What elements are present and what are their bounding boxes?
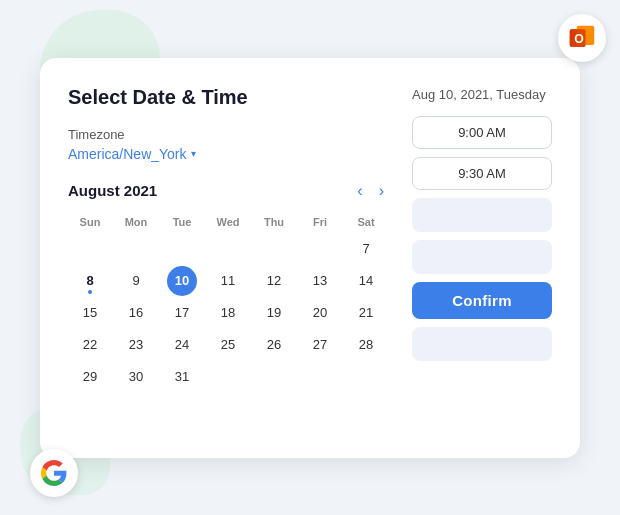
calendar-day-31[interactable]: 31 — [167, 362, 197, 392]
calendar-day-16[interactable]: 16 — [121, 298, 151, 328]
calendar-day-empty — [305, 234, 335, 264]
calendar-day-10[interactable]: 10 — [167, 266, 197, 296]
calendar-day-13[interactable]: 13 — [305, 266, 335, 296]
chevron-down-icon: ▾ — [191, 148, 196, 159]
office-icon: O — [558, 14, 606, 62]
calendar-day-empty — [121, 234, 151, 264]
calendar-day-24[interactable]: 24 — [167, 330, 197, 360]
time-slot-placeholder-2 — [412, 240, 552, 274]
timezone-selector[interactable]: America/New_York ▾ — [68, 146, 388, 162]
calendar-header: August 2021 ‹ › — [68, 180, 388, 202]
calendar-day-12[interactable]: 12 — [259, 266, 289, 296]
day-name-wed: Wed — [206, 212, 250, 232]
calendar-day-30[interactable]: 30 — [121, 362, 151, 392]
calendar-day-22[interactable]: 22 — [75, 330, 105, 360]
calendar-grid: Sun Mon Tue Wed Thu Fri Sat 7 8 9 10 11 … — [68, 212, 388, 392]
calendar-day-8[interactable]: 8 — [75, 266, 105, 296]
day-name-fri: Fri — [298, 212, 342, 232]
calendar-day-19[interactable]: 19 — [259, 298, 289, 328]
prev-month-button[interactable]: ‹ — [353, 180, 366, 202]
calendar-day-empty — [351, 362, 381, 392]
day-name-tue: Tue — [160, 212, 204, 232]
calendar-day-27[interactable]: 27 — [305, 330, 335, 360]
day-name-sun: Sun — [68, 212, 112, 232]
main-card: Select Date & Time Timezone America/New_… — [40, 58, 580, 458]
calendar-day-15[interactable]: 15 — [75, 298, 105, 328]
time-slot-placeholder-3 — [412, 327, 552, 361]
confirm-button[interactable]: Confirm — [412, 282, 552, 319]
calendar-day-empty — [213, 234, 243, 264]
day-name-mon: Mon — [114, 212, 158, 232]
timezone-value: America/New_York — [68, 146, 187, 162]
svg-text:O: O — [574, 32, 584, 46]
time-slot-930[interactable]: 9:30 AM — [412, 157, 552, 190]
calendar-day-20[interactable]: 20 — [305, 298, 335, 328]
calendar-day-28[interactable]: 28 — [351, 330, 381, 360]
calendar-day-11[interactable]: 11 — [213, 266, 243, 296]
calendar-month-year: August 2021 — [68, 182, 157, 199]
calendar-navigation: ‹ › — [353, 180, 388, 202]
calendar-day-25[interactable]: 25 — [213, 330, 243, 360]
calendar-day-18[interactable]: 18 — [213, 298, 243, 328]
calendar-day-9[interactable]: 9 — [121, 266, 151, 296]
calendar-day-empty — [75, 234, 105, 264]
time-slot-900[interactable]: 9:00 AM — [412, 116, 552, 149]
day-name-sat: Sat — [344, 212, 388, 232]
calendar-day-17[interactable]: 17 — [167, 298, 197, 328]
selected-date-display: Aug 10, 2021, Tuesday — [412, 86, 552, 104]
google-icon — [30, 449, 78, 497]
left-panel: Select Date & Time Timezone America/New_… — [68, 86, 388, 430]
calendar-day-empty — [213, 362, 243, 392]
day-name-thu: Thu — [252, 212, 296, 232]
calendar-day-26[interactable]: 26 — [259, 330, 289, 360]
calendar-day-empty — [167, 234, 197, 264]
calendar-day-empty — [305, 362, 335, 392]
right-panel: Aug 10, 2021, Tuesday 9:00 AM 9:30 AM Co… — [412, 86, 552, 430]
calendar-day-21[interactable]: 21 — [351, 298, 381, 328]
calendar-day-23[interactable]: 23 — [121, 330, 151, 360]
page-title: Select Date & Time — [68, 86, 388, 109]
calendar-day-empty — [259, 362, 289, 392]
calendar-day-7[interactable]: 7 — [351, 234, 381, 264]
calendar-day-empty — [259, 234, 289, 264]
timezone-label: Timezone — [68, 127, 388, 142]
next-month-button[interactable]: › — [375, 180, 388, 202]
time-slot-placeholder-1 — [412, 198, 552, 232]
calendar-day-14[interactable]: 14 — [351, 266, 381, 296]
calendar-day-29[interactable]: 29 — [75, 362, 105, 392]
